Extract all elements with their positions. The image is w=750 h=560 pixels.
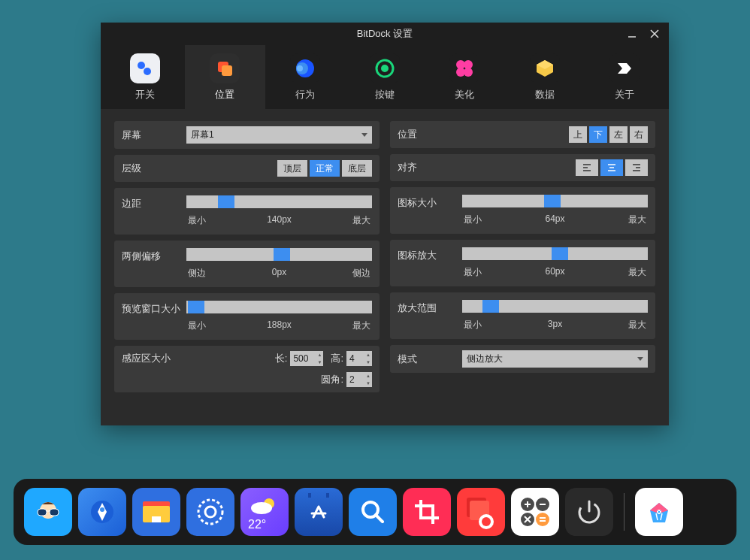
right-column: 位置 上 下 左 右 对齐 — [390, 121, 655, 413]
row-mode: 模式 侧边放大 — [390, 345, 655, 373]
layer-bottom[interactable]: 底层 — [342, 160, 372, 177]
height-spinner: 高: 4 ▲▼ — [331, 351, 372, 366]
tab-switch[interactable]: 开关 — [105, 45, 185, 109]
dock-appstore-icon[interactable] — [295, 488, 343, 536]
radius-spinner: 圆角: 2 ▲▼ — [321, 372, 372, 387]
height-input[interactable]: 4 ▲▼ — [346, 351, 372, 366]
settings-window: BitDock 设置 开关 位置 行为 — [101, 23, 669, 425]
iconzoom-slider[interactable] — [462, 247, 648, 260]
tab-bar: 开关 位置 行为 按键 美化 — [101, 45, 669, 109]
align-right-button[interactable] — [625, 159, 648, 176]
dock-geek-icon[interactable] — [24, 488, 72, 536]
tab-switch-label: 开关 — [135, 88, 155, 101]
iconzoom-min: 最小 — [464, 266, 482, 279]
offset-slider[interactable] — [186, 248, 372, 261]
svg-point-37 — [251, 502, 272, 514]
dock-crop-icon[interactable] — [403, 488, 451, 536]
zoomrange-value: 3px — [482, 319, 628, 331]
margin-min: 最小 — [188, 214, 206, 227]
row-screen: 屏幕 屏幕1 — [114, 121, 380, 149]
margin-slider[interactable] — [186, 195, 372, 208]
dock-calculator-icon[interactable] — [511, 488, 559, 536]
margin-max: 最大 — [352, 214, 370, 227]
zoomrange-slider[interactable] — [462, 300, 648, 313]
stepper-up-icon[interactable]: ▲ — [316, 351, 323, 359]
position-label: 位置 — [398, 128, 456, 141]
row-offset: 两侧偏移 侧边 0px 侧边 — [114, 241, 380, 287]
row-position: 位置 上 下 左 右 — [390, 121, 655, 148]
stepper-down-icon[interactable]: ▼ — [316, 359, 323, 366]
position-icon — [210, 53, 240, 83]
length-input[interactable]: 500 ▲▼ — [290, 351, 323, 366]
layer-normal[interactable]: 正常 — [310, 160, 340, 177]
row-sense: 感应区大小 长: 500 ▲▼ 高: 4 ▲▼ — [114, 346, 380, 392]
mode-select[interactable]: 侧边放大 — [462, 350, 648, 368]
row-iconsize: 图标大小 最小 64px 最大 — [390, 187, 655, 234]
screen-select[interactable]: 屏幕1 — [186, 126, 372, 144]
mode-label: 模式 — [398, 353, 456, 366]
row-layer: 层级 顶层 正常 底层 — [114, 155, 380, 182]
dock-trash-icon[interactable] — [635, 488, 683, 536]
stepper-down-icon[interactable]: ▼ — [364, 380, 372, 387]
dock-record-icon[interactable] — [457, 488, 505, 536]
layer-top[interactable]: 顶层 — [277, 160, 307, 177]
offset-max: 侧边 — [352, 267, 370, 280]
tab-data[interactable]: 数据 — [504, 45, 584, 109]
mode-select-value: 侧边放大 — [467, 353, 503, 365]
pos-left[interactable]: 左 — [609, 126, 628, 143]
preview-slider[interactable] — [186, 301, 372, 313]
screen-label: 屏幕 — [122, 129, 180, 142]
dock: 22° — [14, 479, 736, 545]
tab-behavior[interactable]: 行为 — [265, 45, 345, 109]
svg-rect-27 — [50, 509, 59, 516]
pos-right[interactable]: 右 — [630, 126, 648, 143]
iconzoom-max: 最大 — [628, 266, 646, 279]
tab-hotkey[interactable]: 按键 — [345, 45, 425, 109]
tab-theme[interactable]: 美化 — [425, 45, 504, 109]
iconsize-slider[interactable] — [462, 195, 648, 207]
svg-point-9 — [297, 65, 303, 71]
tab-position[interactable]: 位置 — [185, 45, 265, 109]
dock-search-icon[interactable] — [349, 488, 397, 536]
hotkey-icon — [370, 53, 400, 83]
switch-icon — [130, 53, 160, 83]
close-button[interactable] — [643, 23, 666, 45]
dock-weather-icon[interactable]: 22° — [240, 488, 289, 536]
svg-point-35 — [205, 507, 216, 517]
preview-min: 最小 — [188, 319, 206, 332]
layer-label: 层级 — [122, 162, 180, 175]
offset-min: 侧边 — [188, 267, 206, 280]
stepper-down-icon[interactable]: ▼ — [364, 359, 372, 366]
minimize-button[interactable] — [621, 23, 643, 45]
sense-label: 感应区大小 — [122, 352, 180, 365]
pos-top[interactable]: 上 — [569, 126, 587, 143]
tab-about[interactable]: 关于 — [585, 45, 664, 109]
dock-rocket-icon[interactable] — [78, 488, 126, 536]
stepper-up-icon[interactable]: ▲ — [364, 351, 372, 359]
iconsize-value: 64px — [482, 213, 628, 226]
row-iconzoom: 图标放大 最小 60px 最大 — [390, 240, 655, 286]
svg-point-11 — [381, 65, 389, 72]
radius-input[interactable]: 2 ▲▼ — [346, 372, 372, 387]
iconzoom-value: 60px — [482, 266, 628, 279]
dock-divider — [624, 493, 624, 531]
left-column: 屏幕 屏幕1 层级 顶层 正常 底层 边距 最小 — [114, 121, 380, 413]
align-center-button[interactable] — [600, 159, 623, 176]
length-label: 长: — [275, 352, 288, 365]
dock-power-icon[interactable] — [565, 488, 613, 536]
tab-position-label: 位置 — [215, 88, 234, 101]
zoomrange-label: 放大范围 — [398, 300, 456, 331]
stepper-up-icon[interactable]: ▲ — [364, 372, 372, 380]
dock-settings-icon[interactable] — [186, 488, 234, 536]
iconsize-min: 最小 — [464, 213, 482, 226]
svg-line-40 — [376, 515, 383, 522]
align-left-button[interactable] — [576, 159, 598, 176]
align-group — [576, 159, 648, 176]
length-spinner: 长: 500 ▲▼ — [275, 351, 324, 366]
dock-files-icon[interactable] — [132, 488, 180, 536]
preview-max: 最大 — [352, 319, 370, 332]
svg-point-15 — [464, 68, 473, 77]
pos-bottom[interactable]: 下 — [589, 126, 607, 143]
svg-rect-6 — [222, 65, 232, 76]
svg-point-3 — [138, 62, 145, 69]
